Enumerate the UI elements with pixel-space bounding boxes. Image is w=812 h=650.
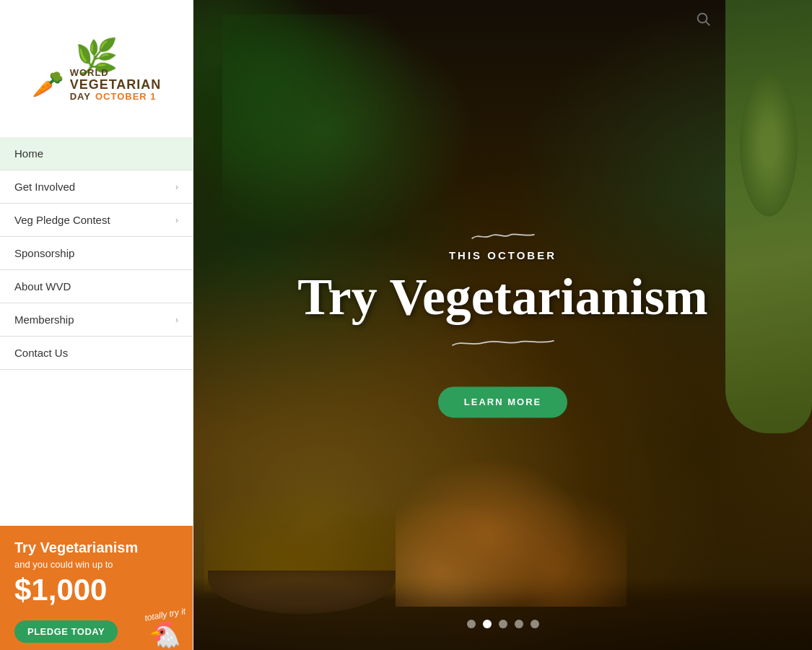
nav-label-veg-pledge: Veg Pledge Contest: [14, 214, 110, 226]
promo-subtitle: and you could win up to: [14, 559, 178, 570]
hero-main-title: Try Vegetarianism: [287, 269, 720, 326]
pledge-button[interactable]: PLEDGE TODAY: [14, 620, 118, 643]
search-button[interactable]: [695, 11, 711, 30]
chevron-right-icon: ›: [175, 182, 178, 192]
logo: 🌿 🥕 WORLD VEGETARIAN DAY OCTOBER 1: [32, 40, 162, 102]
chevron-right-icon: ›: [175, 215, 178, 225]
slider-dot-2[interactable]: [483, 620, 492, 628]
nav-item-contact[interactable]: Contact Us: [0, 337, 193, 370]
hero-slider: THIS OCTOBER Try Vegetarianism LEARN MOR…: [193, 0, 812, 650]
main-content: THIS OCTOBER Try Vegetarianism LEARN MOR…: [193, 0, 812, 650]
logo-area: 🌿 🥕 WORLD VEGETARIAN DAY OCTOBER 1: [0, 0, 193, 137]
chicken-icon: 🐔: [144, 620, 185, 650]
slider-dot-3[interactable]: [499, 620, 507, 628]
promo-image-area: totally try it 🐔: [144, 610, 185, 650]
sidebar-promo: Try Vegetarianism and you could win up t…: [0, 526, 193, 650]
search-icon: [695, 11, 711, 27]
hero-eyebrow: THIS OCTOBER: [287, 249, 720, 261]
logo-day: DAY: [70, 91, 91, 102]
nav-menu: Home Get Involved › Veg Pledge Contest ›…: [0, 137, 193, 526]
nav-label-get-involved: Get Involved: [14, 181, 75, 193]
slider-dot-4[interactable]: [515, 620, 523, 628]
logo-date: OCTOBER 1: [95, 91, 157, 102]
logo-text-block: 🥕 WORLD VEGETARIAN DAY OCTOBER 1: [32, 67, 162, 102]
logo-text: WORLD VEGETARIAN DAY OCTOBER 1: [70, 67, 162, 102]
slider-dot-1[interactable]: [467, 620, 476, 628]
squiggle-top-icon: [460, 232, 546, 240]
nav-item-about[interactable]: About WVD: [0, 270, 193, 303]
hero-text-block: THIS OCTOBER Try Vegetarianism LEARN MOR…: [287, 232, 720, 417]
nav-item-home[interactable]: Home: [0, 137, 193, 170]
slider-dot-5[interactable]: [531, 620, 539, 628]
svg-point-0: [698, 14, 707, 23]
promo-title: Try Vegetarianism: [14, 539, 178, 556]
carrot-icon: 🥕: [32, 69, 64, 100]
learn-more-button[interactable]: LEARN MORE: [438, 387, 567, 418]
sidebar: 🌿 🥕 WORLD VEGETARIAN DAY OCTOBER 1 Home …: [0, 0, 193, 650]
nav-label-contact: Contact Us: [14, 347, 68, 359]
nav-label-sponsorship: Sponsorship: [14, 247, 74, 259]
nav-item-sponsorship[interactable]: Sponsorship: [0, 237, 193, 270]
nav-label-membership: Membership: [14, 313, 74, 326]
logo-vegetarian: VEGETARIAN: [70, 78, 162, 91]
nav-label-about: About WVD: [14, 280, 71, 292]
nav-label-home: Home: [14, 147, 43, 160]
logo-world: WORLD: [70, 67, 162, 78]
slider-dots: [467, 620, 539, 628]
promo-amount: $1,000: [14, 573, 178, 607]
svg-line-1: [706, 22, 710, 25]
chevron-right-icon: ›: [175, 315, 178, 325]
nav-item-veg-pledge[interactable]: Veg Pledge Contest ›: [0, 204, 193, 237]
nav-item-membership[interactable]: Membership ›: [0, 303, 193, 337]
nav-item-get-involved[interactable]: Get Involved ›: [0, 170, 193, 204]
squiggle-bottom-icon: [438, 338, 568, 348]
